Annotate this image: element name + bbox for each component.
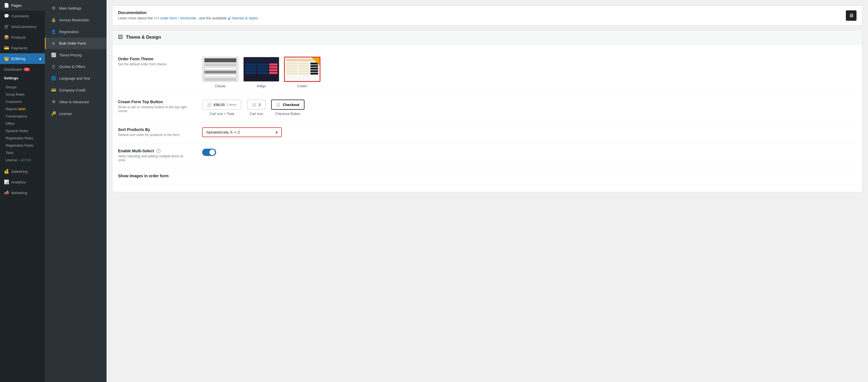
submenu-dashboard[interactable]: Dashboard 54 xyxy=(0,65,45,74)
theme-design-card: 🖼 Theme & Design Order Form Theme Set th… xyxy=(112,30,862,192)
mid-item-language-text[interactable]: 🌐 Language and Text xyxy=(45,72,106,84)
cream-form-top-button-row: Cream Form Top Button Show a cart or che… xyxy=(118,94,857,122)
cart-icon-total-option[interactable]: 🛒 €99,00 2 items Cart Icon + Total xyxy=(202,99,241,116)
cart-icon-only-button: 🛒 2 xyxy=(247,99,266,110)
mid-item-bulk-order-form[interactable]: ≡ Bulk Order Form xyxy=(45,37,106,49)
language-text-icon: 🌐 xyxy=(51,76,56,81)
cream-theme-preview xyxy=(284,57,320,82)
nav-item-salesking[interactable]: 💰 SalesKing xyxy=(0,166,45,177)
indigo-theme-preview xyxy=(243,57,280,82)
order-form-shortcode-link[interactable]: </> order form / shortcode xyxy=(154,16,197,20)
mid-item-access-restriction[interactable]: 🔒 Access Restriction xyxy=(45,14,106,26)
mid-label-license: License xyxy=(59,112,72,116)
theme-design-header: 🖼 Theme & Design xyxy=(113,30,862,44)
submenu-conversations[interactable]: Conversations xyxy=(0,113,45,120)
cart-icon-option[interactable]: 🛒 2 Cart Icon xyxy=(247,99,266,116)
cream-form-button-desc: Show a cart or checkout button in the to… xyxy=(118,105,191,113)
nav-label-salesking: SalesKing xyxy=(11,169,28,174)
mid-item-registration[interactable]: 👤 Registration xyxy=(45,26,106,37)
indigo-theme-name: Indigo xyxy=(257,84,266,88)
multi-select-title: Enable Multi-Select xyxy=(118,149,154,153)
nav-label-products: Products xyxy=(11,35,26,39)
dashboard-badge: 54 xyxy=(24,67,30,71)
submenu-customers[interactable]: Customers xyxy=(0,98,45,106)
mid-item-license[interactable]: 🔑 License xyxy=(45,108,106,119)
sort-products-select[interactable]: Alphabetically, A -> Z Alphabetically, Z… xyxy=(203,128,281,137)
submenu-groups[interactable]: Groups xyxy=(0,84,45,91)
cream-form-button-title: Cream Form Top Button xyxy=(118,99,191,104)
mid-label-other-advanced: Other & Advanced xyxy=(59,100,89,104)
order-form-theme-label: Order Form Theme Set the default order f… xyxy=(118,57,191,66)
submenu-license[interactable]: License ✓ ACTIVE xyxy=(0,156,45,164)
nav-item-payments[interactable]: 💳 Payments xyxy=(0,42,45,53)
other-advanced-icon: ⚙ xyxy=(51,99,56,104)
nav-item-products[interactable]: 📦 Products xyxy=(0,32,45,42)
nav-item-marketing[interactable]: 📣 Marketing xyxy=(0,187,45,198)
nav-item-woocommerce[interactable]: 🛒 WooCommerce xyxy=(0,21,45,32)
submenu-dynamic-rules[interactable]: Dynamic Rules xyxy=(0,127,45,135)
cart-items-count: 2 items xyxy=(226,103,236,106)
theme-card-cream[interactable]: Cream xyxy=(284,57,320,88)
submenu-offers[interactable]: Offers xyxy=(0,120,45,127)
mid-item-quotes-offers[interactable]: 🗒 Quotes & Offers xyxy=(45,61,106,72)
show-images-title: Show Images in order form xyxy=(118,174,191,178)
mid-label-tiered-pricing: Tiered Pricing xyxy=(59,53,82,57)
cream-corner-badge xyxy=(312,58,320,65)
company-credit-icon: 💳 xyxy=(51,88,56,93)
sort-products-desc: Default sort order for products in the f… xyxy=(118,133,191,137)
mid-label-company-credit: Company Credit xyxy=(59,88,86,92)
theme-card-indigo[interactable]: Indigo xyxy=(243,57,280,88)
order-form-theme-row: Order Form Theme Set the default order f… xyxy=(118,51,857,94)
submenu-group-rules[interactable]: Group Rules xyxy=(0,91,45,98)
nav-item-comments[interactable]: 💬 Comments xyxy=(0,11,45,21)
mid-item-company-credit[interactable]: 💳 Company Credit xyxy=(45,84,106,96)
woocommerce-icon: 🛒 xyxy=(4,24,9,29)
payments-icon: 💳 xyxy=(4,46,9,51)
multi-select-toggle[interactable] xyxy=(202,149,216,156)
settings-submenu: Groups Group Rules Customers Reports NEW… xyxy=(0,83,45,165)
cart-icon: 🛒 xyxy=(207,102,212,107)
b2bking-submenu: Dashboard 54 Settings Groups Group Rules… xyxy=(0,64,45,166)
cart-only-icon: 🛒 xyxy=(252,102,257,107)
toggle-slider xyxy=(202,149,216,156)
b2bking-arrow-icon: ◀ xyxy=(39,57,41,60)
multi-select-help-icon[interactable]: ? xyxy=(156,149,161,153)
submenu-registration-fields[interactable]: Registration Fields xyxy=(0,142,45,149)
checkout-button-label: Checkout Button xyxy=(275,112,300,116)
nav-item-pages[interactable]: 📄 Pages xyxy=(0,0,45,11)
cart-icon-total-button: 🛒 €99,00 2 items xyxy=(202,99,241,110)
nav-item-b2bking[interactable]: 👑 B2BKing ◀ xyxy=(0,53,45,64)
mid-label-registration: Registration xyxy=(59,30,79,34)
classic-theme-name: Classic xyxy=(215,84,226,88)
bulk-order-form-icon: ≡ xyxy=(51,41,56,46)
mid-item-main-settings[interactable]: ⚙ Main Settings xyxy=(45,2,106,14)
b2bking-icon: 👑 xyxy=(4,56,9,61)
nav-label-payments: Payments xyxy=(11,46,28,50)
themes-styles-link[interactable]: 🖌 themes & styles xyxy=(228,16,259,20)
cart-count: 2 xyxy=(258,102,260,107)
mid-item-other-advanced[interactable]: ⚙ Other & Advanced xyxy=(45,96,106,108)
theme-card-classic[interactable]: Classic xyxy=(202,57,239,88)
submenu-tools[interactable]: Tools xyxy=(0,149,45,156)
doc-card-icon: 🖥 xyxy=(846,10,857,21)
brush-icon: 🖌 xyxy=(228,16,231,20)
theme-header-icon: 🖼 xyxy=(118,34,123,40)
nav-item-analytics[interactable]: 📊 Analytics xyxy=(0,177,45,187)
cream-form-button-label: Cream Form Top Button Show a cart or che… xyxy=(118,99,191,113)
mid-item-tiered-pricing[interactable]: 📈 Tiered Pricing xyxy=(45,49,106,61)
quotes-offers-icon: 🗒 xyxy=(51,64,56,69)
documentation-card: Documentation Learn more about the </> o… xyxy=(112,6,862,26)
sort-products-label: Sort Products By Default sort order for … xyxy=(118,127,191,137)
access-restriction-icon: 🔒 xyxy=(51,18,56,23)
nav-label-comments: Comments xyxy=(11,14,29,18)
show-images-row: Show Images in order form xyxy=(118,168,857,185)
submenu-reports[interactable]: Reports NEW! xyxy=(0,106,45,113)
submenu-registration-roles[interactable]: Registration Roles xyxy=(0,135,45,142)
code-icon: </> xyxy=(154,16,159,20)
products-icon: 📦 xyxy=(4,35,9,40)
checkout-button-option[interactable]: 🛒 Checkout Checkout Button xyxy=(271,99,304,116)
mid-label-main-settings: Main Settings xyxy=(59,6,81,10)
license-icon: 🔑 xyxy=(51,111,56,116)
order-form-theme-title: Order Form Theme xyxy=(118,57,191,61)
middle-navigation: ⚙ Main Settings 🔒 Access Restriction 👤 R… xyxy=(45,0,106,382)
